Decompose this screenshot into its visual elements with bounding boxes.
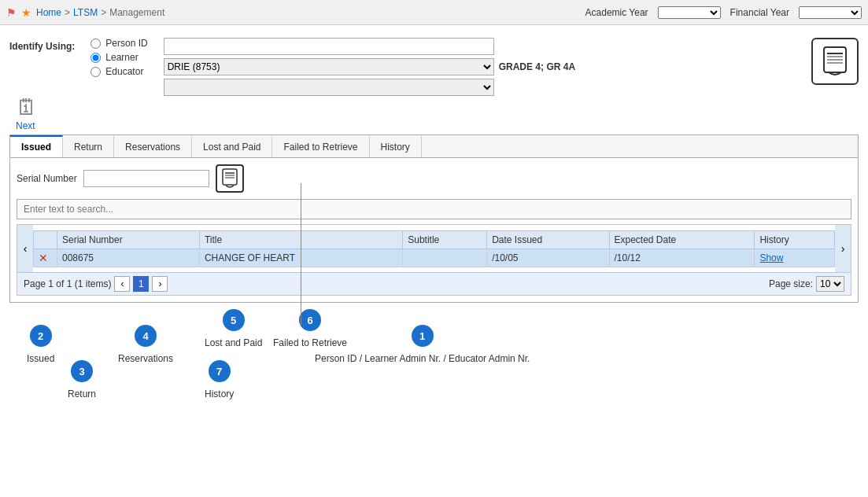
anno-7-label: History <box>205 388 234 399</box>
main-content: Identify Using: Person ID Learner Educat… <box>0 25 868 402</box>
identify-inputs: DRIE (8753) GRADE 4; GR 4A <box>164 38 788 96</box>
pagination-current-page: 1 <box>133 276 149 292</box>
search-input[interactable] <box>17 199 851 219</box>
option-learner-label: Learner <box>105 52 138 63</box>
home-icon: ⚑ <box>6 6 17 19</box>
financial-year-select[interactable] <box>799 6 862 19</box>
svg-rect-5 <box>223 169 237 185</box>
delete-icon[interactable]: ✕ <box>39 252 48 264</box>
row-serial: 008675 <box>57 248 200 267</box>
scroll-right-button[interactable]: › <box>835 225 851 272</box>
grade-label: GRADE 4; GR 4A <box>499 61 575 72</box>
anno-1-label: Person ID / Learner Admin Nr. / Educator… <box>315 353 530 364</box>
next-button[interactable]: Next <box>16 120 35 131</box>
breadcrumb-sep1: > <box>65 7 70 18</box>
annotation-area: 1 Person ID / Learner Admin Nr. / Educat… <box>9 309 859 396</box>
col-date-issued: Date Issued <box>487 230 609 248</box>
option-person-id-label: Person ID <box>105 38 147 49</box>
scan-svg <box>821 46 849 77</box>
scan-icon-large[interactable] <box>811 38 859 85</box>
tab-history[interactable]: History <box>370 135 422 157</box>
anno-2-label: Issued <box>27 353 54 364</box>
annotation-circle-5: 5 <box>223 309 245 331</box>
tab-reservations[interactable]: Reservations <box>114 135 192 157</box>
scan-small-svg <box>221 168 238 189</box>
page-size-select[interactable]: 10 <box>816 276 844 292</box>
page-body: ⚑ ★ Home > LTSM > Management Academic Ye… <box>0 0 868 497</box>
row-date-issued: /10/05 <box>487 248 609 267</box>
star-icon: ★ <box>21 6 31 19</box>
option-educator[interactable]: Educator <box>90 66 147 77</box>
person-id-input[interactable] <box>164 38 494 55</box>
row-expected-date: /10/12 <box>609 248 755 267</box>
option-person-id[interactable]: Person ID <box>90 38 147 49</box>
col-history: History <box>755 230 835 248</box>
top-bar-left: ⚑ ★ Home > LTSM > Management <box>6 6 164 19</box>
next-icon: 🗓 <box>16 94 38 120</box>
annotation-circle-1: 1 <box>412 325 434 347</box>
breadcrumb-management: Management <box>109 7 164 18</box>
tab-issued[interactable]: Issued <box>10 135 63 157</box>
serial-number-row: Serial Number <box>17 164 851 193</box>
academic-year-label: Academic Year <box>585 7 648 18</box>
academic-year-select[interactable] <box>658 6 721 19</box>
anno-5-label: Lost and Paid <box>205 337 262 348</box>
tab-lost-and-paid[interactable]: Lost and Paid <box>192 135 272 157</box>
annotation-circle-4: 4 <box>135 325 157 347</box>
serial-number-input[interactable] <box>83 170 209 187</box>
col-expected-date: Expected Date <box>609 230 755 248</box>
row-action[interactable]: ✕ <box>34 248 57 267</box>
pagination-right: Page size: 10 <box>769 276 844 292</box>
data-table: Serial Number Title Subtitle Date Issued… <box>33 230 835 267</box>
pagination-left: Page 1 of 1 (1 items) ‹ 1 › <box>24 276 168 292</box>
history-show-link[interactable]: Show <box>759 252 783 263</box>
annotation-circle-2: 2 <box>30 325 52 347</box>
scan-icon-small[interactable] <box>216 164 244 193</box>
learner-select[interactable]: DRIE (8753) <box>164 58 494 75</box>
tab-content-issued: Serial Number <box>10 158 858 302</box>
pagination-row: Page 1 of 1 (1 items) ‹ 1 › Page size: 1… <box>17 272 851 295</box>
anno-6-label: Failed to Retrieve <box>273 337 347 348</box>
option-educator-label: Educator <box>105 66 143 77</box>
radio-educator[interactable] <box>90 67 101 77</box>
row-history[interactable]: Show <box>755 248 835 267</box>
table-wrapper: Serial Number Title Subtitle Date Issued… <box>33 230 835 267</box>
tabs-container: Issued Return Reservations Lost and Paid… <box>9 134 859 303</box>
radio-learner[interactable] <box>90 53 101 63</box>
anno-3-label: Return <box>68 388 96 399</box>
page-size-label: Page size: <box>769 278 813 289</box>
row-subtitle <box>403 248 487 267</box>
breadcrumb-sep2: > <box>101 7 106 18</box>
top-bar: ⚑ ★ Home > LTSM > Management Academic Ye… <box>0 0 868 25</box>
radio-person-id[interactable] <box>90 39 101 49</box>
educator-select[interactable] <box>164 79 494 96</box>
search-row <box>17 199 851 219</box>
anno-7-group: 7 History <box>205 360 234 399</box>
pagination-summary: Page 1 of 1 (1 items) <box>24 278 111 289</box>
anno-4-label: Reservations <box>118 353 173 364</box>
tab-failed-to-retrieve[interactable]: Failed to Retrieve <box>272 135 369 157</box>
educator-row <box>164 79 788 96</box>
table-row: ✕ 008675 CHANGE OF HEART /10/05 /10/12 S… <box>34 248 835 267</box>
col-action <box>34 230 57 248</box>
anno-6-group: 6 Failed to Retrieve <box>273 309 347 348</box>
identify-label: Identify Using: <box>9 38 75 52</box>
table-outer: ‹ Serial Number Title Subtitle Date <box>17 224 851 296</box>
breadcrumb: Home > LTSM > Management <box>36 7 164 18</box>
breadcrumb-ltsm[interactable]: LTSM <box>73 7 98 18</box>
annotation-circle-7: 7 <box>209 360 231 382</box>
scroll-left-button[interactable]: ‹ <box>17 225 33 272</box>
identify-options: Person ID Learner Educator <box>90 38 147 77</box>
table-scroll-row: ‹ Serial Number Title Subtitle Date <box>17 225 851 272</box>
pagination-next-button[interactable]: › <box>152 276 168 292</box>
option-learner[interactable]: Learner <box>90 52 147 63</box>
serial-number-label: Serial Number <box>17 173 77 184</box>
pagination-prev-button[interactable]: ‹ <box>114 276 130 292</box>
tab-return[interactable]: Return <box>63 135 114 157</box>
anno-2-group: 2 Issued <box>27 325 54 364</box>
vertical-divider <box>301 183 301 325</box>
col-serial-number: Serial Number <box>57 230 200 248</box>
learner-row: DRIE (8753) GRADE 4; GR 4A <box>164 58 788 75</box>
breadcrumb-home[interactable]: Home <box>36 7 61 18</box>
annotation-circle-6: 6 <box>299 309 321 331</box>
